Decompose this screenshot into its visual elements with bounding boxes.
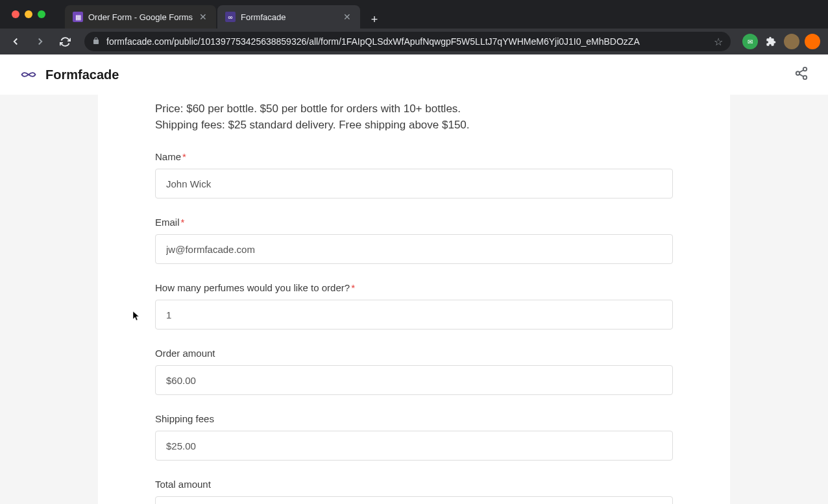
extensions-button[interactable] — [763, 34, 779, 49]
page-header: Formfacade — [0, 54, 828, 95]
order-amount-label: Order amount — [155, 348, 673, 359]
shipping-line: Shipping fees: $25 standard delivery. Fr… — [155, 117, 673, 134]
form-container: Price: $60 per bottle. $50 per bottle fo… — [0, 95, 828, 504]
field-total-amount: Total amount — [155, 479, 673, 504]
tabs-container: ▦ Order Form - Google Forms ✕ ∞ Formfaca… — [65, 0, 384, 29]
quantity-label: How many perfumes would you like to orde… — [155, 282, 673, 293]
tab-formfacade[interactable]: ∞ Formfacade ✕ — [217, 5, 360, 29]
brand-name: Formfacade — [45, 67, 119, 82]
window-close-button[interactable] — [12, 10, 19, 18]
email-input[interactable] — [155, 234, 673, 264]
total-amount-label: Total amount — [155, 479, 673, 490]
name-label: Name* — [155, 151, 673, 162]
bookmark-star-icon[interactable]: ☆ — [714, 36, 723, 48]
field-email: Email* — [155, 217, 673, 264]
price-line: Price: $60 per bottle. $50 per bottle fo… — [155, 101, 673, 117]
tab-title: Order Form - Google Forms — [88, 12, 193, 22]
tab-close-button[interactable]: ✕ — [342, 12, 352, 22]
field-quantity: How many perfumes would you like to orde… — [155, 282, 673, 330]
new-tab-button[interactable]: + — [365, 10, 384, 29]
svg-line-3 — [799, 74, 803, 77]
pricing-info: Price: $60 per bottle. $50 per bottle fo… — [155, 101, 673, 133]
extension-icons: ✉ — [740, 34, 823, 49]
field-shipping-fees: Shipping fees — [155, 413, 673, 461]
quantity-input[interactable] — [155, 300, 673, 330]
brand[interactable]: Formfacade — [19, 67, 119, 82]
page-content: Formfacade Price: $60 per bottle. $50 pe… — [0, 54, 828, 504]
email-label: Email* — [155, 217, 673, 228]
back-button[interactable] — [5, 31, 26, 52]
formfacade-favicon-icon: ∞ — [225, 12, 236, 22]
order-amount-input[interactable] — [155, 365, 673, 395]
svg-point-0 — [803, 67, 807, 71]
forward-button[interactable] — [30, 31, 51, 52]
window-minimize-button[interactable] — [25, 10, 32, 18]
name-input[interactable] — [155, 169, 673, 198]
required-indicator: * — [182, 151, 186, 162]
browser-toolbar: formfacade.com/public/101397753425638859… — [0, 29, 828, 54]
profile-avatar[interactable] — [784, 34, 799, 49]
window-maximize-button[interactable] — [38, 10, 45, 18]
formfacade-logo-icon — [19, 69, 38, 80]
required-indicator: * — [351, 282, 355, 293]
tab-title: Formfacade — [241, 12, 337, 22]
total-amount-input[interactable] — [155, 496, 673, 504]
svg-line-4 — [799, 70, 803, 73]
google-forms-favicon-icon: ▦ — [73, 12, 83, 22]
field-order-amount: Order amount — [155, 348, 673, 395]
extension-gmail-icon[interactable]: ✉ — [742, 34, 758, 49]
shipping-fees-label: Shipping fees — [155, 413, 673, 424]
svg-point-2 — [803, 76, 807, 80]
reload-button[interactable] — [55, 31, 75, 52]
address-bar[interactable]: formfacade.com/public/101397753425638859… — [84, 32, 731, 51]
window-controls — [5, 10, 52, 18]
tab-google-forms[interactable]: ▦ Order Form - Google Forms ✕ — [65, 5, 216, 29]
shipping-fees-input[interactable] — [155, 431, 673, 461]
field-name: Name* — [155, 151, 673, 198]
tab-close-button[interactable]: ✕ — [198, 12, 208, 22]
form-card: Price: $60 per bottle. $50 per bottle fo… — [98, 95, 730, 504]
browser-tab-strip: ▦ Order Form - Google Forms ✕ ∞ Formfaca… — [0, 0, 828, 29]
share-button[interactable] — [794, 66, 809, 83]
lock-icon — [92, 37, 100, 47]
url-text: formfacade.com/public/101397753425638859… — [106, 36, 714, 47]
extension-orange-icon[interactable] — [805, 34, 820, 49]
required-indicator: * — [181, 217, 185, 228]
svg-point-1 — [796, 71, 800, 75]
